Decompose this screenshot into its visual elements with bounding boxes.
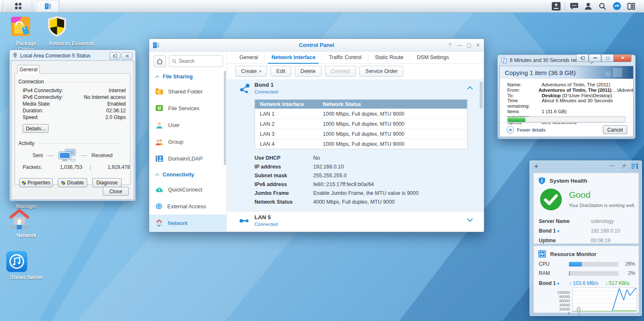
system-health-widget[interactable]: System Health Good Your DiskStation is w… — [533, 173, 639, 244]
create-button[interactable]: Create ▾ — [235, 66, 267, 77]
user-options-icon[interactable] — [581, 0, 595, 12]
cell-interface: LAN 1 — [255, 111, 318, 117]
table-row[interactable]: LAN 2 1000 Mbps, Full duplex, MTU 9000 — [255, 119, 467, 129]
sidebar-item-wireless[interactable]: Wireless — [149, 231, 226, 232]
bond1-row[interactable]: Bond 1 Connected — [227, 79, 484, 98]
detail-label: Subnet mask — [254, 173, 313, 179]
system-health-gauge-icon[interactable] — [610, 0, 624, 12]
close-icon[interactable]: ✕ — [474, 42, 482, 49]
cpu-bar-fill — [569, 262, 582, 267]
desktop-icon-antivirus[interactable]: Antivirus Essential — [45, 15, 97, 47]
notifications-chat-icon[interactable] — [567, 0, 581, 12]
diagnose-button[interactable]: Diagnose — [92, 178, 122, 187]
disable-button[interactable]: Disable — [58, 178, 87, 187]
delete-button[interactable]: Delete — [295, 66, 322, 77]
sidebar-item-external-access[interactable]: External Access — [149, 198, 226, 215]
lan-dialog-body: General Connection IPv4 Connectivity:Int… — [11, 60, 134, 200]
minimize-widgets-icon[interactable]: — — [609, 162, 615, 168]
chart-y-axis: 100000 80000 60000 40000 20000 0 — [545, 290, 570, 311]
close-button[interactable]: Close — [103, 187, 129, 196]
sidebar-scrollbar[interactable] — [224, 71, 226, 165]
add-widget-icon[interactable]: + — [534, 162, 538, 171]
usb-copy-icon[interactable] — [549, 0, 563, 12]
sidebar-item-group[interactable]: Group — [149, 133, 226, 150]
copy-field-from: From:Adventures of Tintin, The (2011) ..… — [500, 88, 633, 93]
pop-out-button[interactable] — [576, 54, 589, 62]
tab-traffic-control[interactable]: Traffic Control — [322, 52, 368, 63]
lan-dialog-titlebar[interactable]: Local Area Connection 5 Status — [11, 51, 134, 60]
search-input[interactable] — [179, 58, 220, 64]
pop-out-button[interactable] — [109, 52, 120, 60]
ram-label: RAM — [539, 270, 550, 276]
service-order-button[interactable]: Service Order — [359, 66, 403, 77]
fewer-details-toggle[interactable] — [506, 126, 514, 134]
desktop-icon-package-center[interactable]: Package Center — [8, 15, 44, 52]
minimize-button[interactable] — [589, 54, 601, 62]
tab-general[interactable]: General — [233, 52, 265, 63]
search-icon[interactable] — [595, 0, 610, 12]
sidebar-section-connectivity[interactable]: Connectivity — [149, 168, 226, 181]
help-icon[interactable]: ? — [446, 42, 454, 49]
pin-icon[interactable] — [621, 163, 627, 170]
detail-label: Use DHCP — [254, 155, 313, 161]
tab-label: DSM Settings — [417, 54, 449, 60]
lan5-row[interactable]: LAN 5 Connected — [227, 212, 484, 230]
field-value: (D:\User Files\Desktop) — [561, 93, 612, 98]
sidebar-item-file-services[interactable]: File Services — [149, 100, 226, 116]
maximize-icon[interactable]: ▢ — [465, 42, 473, 49]
detail-value: Enable Jumbo Frame, the MTU value is 900… — [313, 190, 419, 196]
maximize-button[interactable] — [601, 54, 614, 62]
table-row[interactable]: LAN 4 1000 Mbps, Full duplex, MTU 9000 — [255, 139, 467, 149]
fewer-details-label[interactable]: Fewer details — [517, 127, 545, 132]
field-value: Adventures of Tintin, The (2011) — [542, 82, 610, 88]
content-scrollbar[interactable] — [480, 82, 483, 109]
bond-selector[interactable]: Bond 1 ▾ — [539, 280, 559, 286]
home-button[interactable] — [153, 55, 166, 67]
sidebar-item-label: Shared Folder — [168, 88, 203, 95]
tab-network-interface[interactable]: Network Interface — [265, 52, 322, 63]
close-icon[interactable] — [122, 52, 132, 60]
sidebar-item-shared-folder[interactable]: Shared Folder — [149, 83, 226, 100]
field-label: IPv4 Connectivity: — [23, 88, 63, 93]
tab-bar: General Network Interface Traffic Contro… — [227, 52, 484, 64]
panel-layout-icon[interactable] — [631, 163, 638, 169]
tab-general[interactable]: General — [17, 65, 40, 74]
resource-monitor-widget[interactable]: Resource Monitor CPU 26% RAM 2% Bond 1 ▾… — [533, 246, 639, 313]
packets-divider: | — [82, 164, 99, 170]
sidebar-item-domain-ldap[interactable]: Domain/LDAP — [149, 150, 226, 167]
bond-selector[interactable]: Bond 1 ▾ — [539, 228, 591, 234]
desktop-icon-network[interactable]: Network — [8, 208, 45, 238]
control-panel-sidebar: File Sharing Shared Folder File Services — [149, 52, 227, 232]
chevron-up-icon — [155, 173, 159, 176]
minimize-icon[interactable]: — — [456, 42, 463, 49]
sidebar-item-network[interactable]: Network — [149, 215, 226, 231]
cpu-value: 26% — [621, 261, 635, 267]
control-panel-titlebar[interactable]: Control Panel ? — ▢ ✕ — [149, 39, 484, 52]
sidebar-item-user[interactable]: User — [149, 116, 226, 133]
tab-dsm-settings[interactable]: DSM Settings — [410, 52, 455, 63]
desktop-icon-itunes-server[interactable]: iTunes Server — [6, 251, 47, 280]
field-value-bold: Adventures of Tintin, The (2011) — [538, 88, 611, 93]
search-box[interactable] — [169, 55, 223, 67]
chevron-down-icon[interactable] — [467, 218, 473, 222]
connect-button[interactable]: Connect — [325, 66, 356, 77]
details-button[interactable]: Details... — [23, 124, 49, 133]
sidebar-item-quickconnect[interactable]: QuickConnect — [149, 181, 226, 198]
taskbar-control-panel-button[interactable] — [36, 0, 60, 12]
widgets-panel-icon[interactable] — [624, 0, 638, 12]
cancel-button[interactable]: Cancel — [603, 125, 627, 134]
health-status: Good — [569, 190, 590, 200]
table-row[interactable]: LAN 1 1000 Mbps, Full duplex, MTU 9000 — [255, 109, 467, 119]
show-desktop-button[interactable] — [0, 0, 3, 12]
edit-button[interactable]: Edit — [270, 66, 291, 77]
pppoe-row[interactable]: PPPoE Disconnected — [227, 230, 484, 232]
properties-button[interactable]: Properties — [19, 178, 53, 187]
chevron-up-icon[interactable] — [467, 86, 473, 90]
caret-down-icon: ▾ — [557, 229, 559, 233]
main-menu-button[interactable] — [4, 0, 32, 12]
tick-label: 0 — [545, 311, 570, 316]
tab-static-route[interactable]: Static Route — [368, 52, 410, 63]
close-button[interactable]: ✕ — [614, 54, 631, 62]
sidebar-section-file-sharing[interactable]: File Sharing — [149, 70, 226, 83]
table-row[interactable]: LAN 3 1000 Mbps, Full duplex, MTU 9000 — [255, 129, 467, 139]
